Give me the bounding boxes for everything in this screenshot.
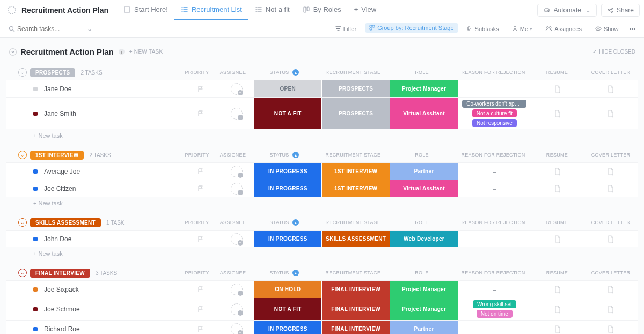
chevron-down-icon[interactable]: ⌄ <box>87 25 92 33</box>
doc-title[interactable]: Recruitment Action Plan <box>21 6 108 14</box>
col-priority[interactable]: PRIORITY <box>178 220 216 225</box>
list-title[interactable]: Recruitment Action Plan <box>20 47 114 56</box>
resume-cell[interactable] <box>531 321 584 334</box>
priority-cell[interactable] <box>182 180 219 197</box>
stage-cell[interactable]: 1ST INTERVIEW <box>321 163 390 180</box>
new-task-button[interactable]: + NEW TASK <box>129 49 163 55</box>
reason-cell[interactable]: – <box>458 231 531 247</box>
reason-tag[interactable]: Not on time <box>477 310 513 318</box>
reason-cell[interactable]: – <box>458 281 531 298</box>
status-cell[interactable]: NOT A FIT <box>253 98 321 129</box>
reason-tag[interactable]: Co-workers don't appro... <box>462 100 526 108</box>
assignee-cell[interactable] <box>219 163 253 180</box>
assignee-cell[interactable] <box>219 321 253 334</box>
cover-cell[interactable] <box>584 80 638 97</box>
col-cover[interactable]: COVER LETTER <box>584 70 638 75</box>
role-cell[interactable]: Partner <box>390 163 458 180</box>
assignee-cell[interactable] <box>219 180 253 197</box>
task-name-cell[interactable]: Jane Doe <box>6 80 182 97</box>
group-name[interactable]: FINAL INTERVIEW <box>30 269 90 278</box>
col-reason[interactable]: REASON FOR REJECTION <box>456 270 530 276</box>
automate-button[interactable]: Automate ⌄ <box>537 4 597 17</box>
cover-cell[interactable] <box>584 321 638 334</box>
collapse-group-icon[interactable]: ⌄ <box>18 269 27 277</box>
col-status[interactable]: STATUS ▴ <box>250 152 319 158</box>
cover-cell[interactable] <box>584 180 638 197</box>
add-task-button[interactable]: + New task <box>6 129 638 142</box>
task-row[interactable]: Joe CitizenIN PROGRESS1ST INTERVIEWVirtu… <box>6 180 638 197</box>
col-resume[interactable]: RESUME <box>530 270 584 276</box>
task-name-cell[interactable]: Jane Smith <box>6 98 182 129</box>
status-cell[interactable]: NOT A FIT <box>253 298 321 320</box>
assignee-cell[interactable] <box>219 281 253 298</box>
tab-start-here[interactable]: Start Here! <box>117 0 174 20</box>
status-cell[interactable]: IN PROGRESS <box>253 163 321 180</box>
resume-cell[interactable] <box>531 180 584 197</box>
reason-tag[interactable]: Wrong skill set <box>473 300 516 308</box>
task-row[interactable]: Jane DoeOPENPROSPECTSProject Manager– <box>6 80 638 97</box>
col-priority[interactable]: PRIORITY <box>178 270 216 276</box>
status-cell[interactable]: IN PROGRESS <box>253 180 321 197</box>
col-resume[interactable]: RESUME <box>530 70 584 75</box>
col-status[interactable]: STATUS ▴ <box>250 270 319 276</box>
resume-cell[interactable] <box>531 281 584 298</box>
col-resume[interactable]: RESUME <box>530 220 584 225</box>
role-cell[interactable]: Web Developer <box>390 231 458 247</box>
role-cell[interactable]: Virtual Assitant <box>390 98 458 129</box>
task-row[interactable]: Richard RoeIN PROGRESSFINAL INTERVIEWPar… <box>6 320 638 334</box>
col-reason[interactable]: REASON FOR REJECTION <box>456 220 530 225</box>
col-status[interactable]: STATUS ▴ <box>250 219 319 226</box>
col-stage[interactable]: RECRUITMENT STAGE <box>319 70 387 75</box>
col-cover[interactable]: COVER LETTER <box>584 270 638 276</box>
assignee-cell[interactable] <box>219 231 253 247</box>
reason-tag[interactable]: Not a culture fit <box>472 109 517 117</box>
col-role[interactable]: ROLE <box>387 70 456 75</box>
role-cell[interactable]: Virtual Assitant <box>390 180 458 197</box>
task-name-cell[interactable]: Joe Citizen <box>6 180 182 197</box>
task-name-cell[interactable]: Joe Sixpack <box>6 281 182 298</box>
priority-cell[interactable] <box>182 281 219 298</box>
status-cell[interactable]: IN PROGRESS <box>253 231 321 247</box>
task-row[interactable]: Joe SchmoeNOT A FITFINAL INTERVIEWProjec… <box>6 298 638 320</box>
search-input[interactable] <box>17 25 76 33</box>
col-assignee[interactable]: ASSIGNEE <box>216 220 250 225</box>
filter-button[interactable]: Filter <box>331 24 361 34</box>
reason-cell[interactable]: Wrong skill setNot on time <box>458 298 531 320</box>
show-button[interactable]: Show <box>590 24 623 34</box>
reason-cell[interactable]: – <box>458 163 531 180</box>
stage-cell[interactable]: FINAL INTERVIEW <box>321 298 390 320</box>
col-cover[interactable]: COVER LETTER <box>584 152 638 158</box>
col-assignee[interactable]: ASSIGNEE <box>216 270 250 276</box>
collapse-group-icon[interactable]: ⌄ <box>18 68 27 77</box>
tab-recruitment-list[interactable]: Recruitment List <box>174 0 248 20</box>
stage-cell[interactable]: PROSPECTS <box>321 98 390 129</box>
stage-cell[interactable]: FINAL INTERVIEW <box>321 321 390 334</box>
group-name[interactable]: 1ST INTERVIEW <box>30 151 84 160</box>
col-priority[interactable]: PRIORITY <box>178 152 216 158</box>
add-view-button[interactable]: + View <box>348 0 383 20</box>
hide-closed-button[interactable]: ✓ HIDE CLOSED <box>592 49 635 55</box>
cover-cell[interactable] <box>584 231 638 247</box>
add-task-button[interactable]: + New task <box>6 247 638 260</box>
subtasks-button[interactable]: Subtasks <box>463 24 503 34</box>
priority-cell[interactable] <box>182 298 219 320</box>
cover-cell[interactable] <box>584 298 638 320</box>
assignee-cell[interactable] <box>219 98 253 129</box>
group-by-button[interactable]: Group by: Recruitment Stage <box>365 23 458 33</box>
assignees-button[interactable]: Assignees <box>541 24 586 34</box>
col-priority[interactable]: PRIORITY <box>178 70 216 75</box>
status-cell[interactable]: IN PROGRESS <box>253 321 321 334</box>
more-button[interactable]: ••• <box>627 24 638 34</box>
col-status[interactable]: STATUS ▴ <box>250 69 319 76</box>
group-name[interactable]: PROSPECTS <box>30 68 75 77</box>
role-cell[interactable]: Project Manager <box>390 80 458 97</box>
role-cell[interactable]: Partner <box>390 321 458 334</box>
reason-cell[interactable]: – <box>458 80 531 97</box>
task-row[interactable]: Jane SmithNOT A FITPROSPECTSVirtual Assi… <box>6 97 638 129</box>
task-row[interactable]: Joe SixpackON HOLDFINAL INTERVIEWProject… <box>6 280 638 298</box>
task-row[interactable]: Average JoeIN PROGRESS1ST INTERVIEWPartn… <box>6 162 638 180</box>
share-button[interactable]: Share <box>601 4 640 17</box>
resume-cell[interactable] <box>531 98 584 129</box>
collapse-group-icon[interactable]: ⌄ <box>18 218 27 227</box>
me-button[interactable]: Me ▾ <box>508 24 537 34</box>
